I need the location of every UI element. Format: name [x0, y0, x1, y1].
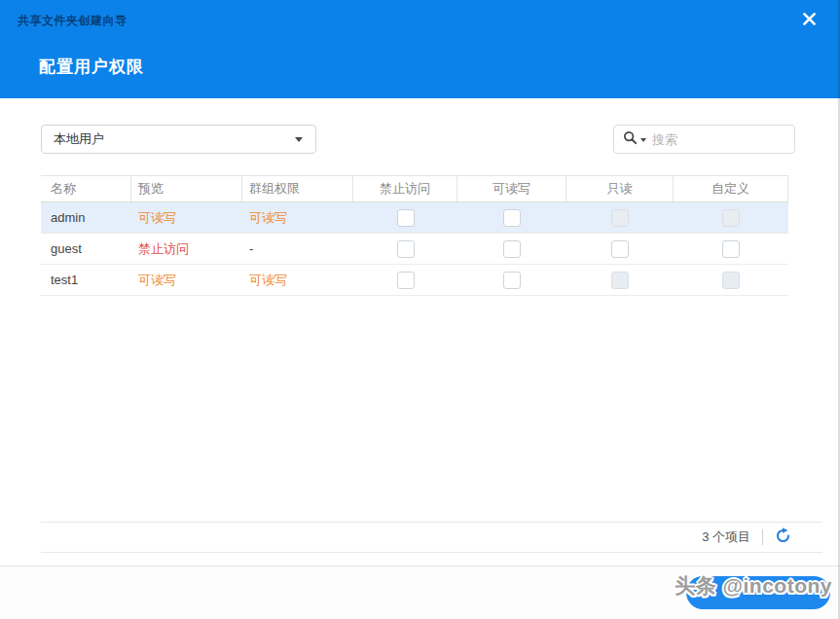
checkbox-read-write[interactable] — [503, 272, 521, 289]
group-permission: 可读写 — [242, 202, 353, 233]
user-name: guest — [41, 234, 131, 264]
dialog-header: 共享文件夹创建向导 配置用户权限 — [0, 0, 840, 98]
checkbox-custom[interactable] — [722, 240, 740, 258]
permissions-table: 名称 预览 群组权限 禁止访问 可读写 只读 自定义 admin 可读写 可读写 — [41, 175, 788, 296]
status-divider — [762, 529, 763, 545]
empty-area — [41, 296, 822, 522]
table-row-test1[interactable]: test1 可读写 可读写 — [41, 265, 788, 296]
primary-action-button[interactable] — [686, 576, 830, 609]
chevron-down-icon — [295, 137, 303, 142]
checkbox-custom — [722, 209, 740, 227]
user-type-dropdown-value: 本地用户 — [54, 130, 104, 148]
item-count-label: 3 个项目 — [702, 528, 750, 546]
dialog-body: 本地用户 名称 预览 群组权限 禁止访问 可读 — [41, 98, 822, 553]
column-header-read-only[interactable]: 只读 — [566, 176, 674, 201]
column-header-name[interactable]: 名称 — [41, 176, 131, 201]
dialog-footer: 头条 @incotony — [0, 565, 840, 619]
checkbox-no-access[interactable] — [397, 240, 415, 258]
toolbar: 本地用户 — [41, 125, 822, 154]
checkbox-read-only[interactable] — [611, 240, 629, 258]
status-bar: 3 个项目 — [41, 522, 822, 553]
table-header-row: 名称 预览 群组权限 禁止访问 可读写 只读 自定义 — [41, 175, 788, 202]
checkbox-no-access[interactable] — [397, 209, 415, 227]
checkbox-read-only — [611, 272, 629, 289]
search-scope-caret-icon[interactable] — [640, 138, 646, 142]
search-input[interactable] — [652, 132, 785, 147]
group-permission: 可读写 — [242, 265, 353, 295]
step-title: 配置用户权限 — [39, 55, 144, 78]
column-header-no-access[interactable]: 禁止访问 — [353, 176, 457, 201]
column-header-group[interactable]: 群组权限 — [242, 176, 353, 201]
wizard-title: 共享文件夹创建向导 — [18, 13, 128, 29]
search-icon[interactable] — [623, 130, 638, 149]
close-icon — [802, 12, 817, 29]
search-box[interactable] — [613, 125, 795, 154]
column-header-read-write[interactable]: 可读写 — [457, 176, 566, 201]
checkbox-read-write[interactable] — [503, 209, 521, 227]
preview-permission: 可读写 — [131, 202, 242, 233]
user-name: test1 — [41, 265, 131, 295]
checkbox-read-write[interactable] — [503, 240, 521, 258]
group-permission: - — [242, 234, 353, 264]
preview-permission: 禁止访问 — [131, 234, 242, 264]
column-header-preview[interactable]: 预览 — [131, 176, 242, 201]
table-row-admin[interactable]: admin 可读写 可读写 — [41, 202, 788, 234]
column-header-custom[interactable]: 自定义 — [674, 176, 788, 201]
checkbox-custom — [722, 272, 740, 289]
table-row-guest[interactable]: guest 禁止访问 - — [41, 234, 788, 265]
preview-permission: 可读写 — [131, 265, 242, 295]
user-name: admin — [41, 202, 131, 233]
checkbox-read-only — [611, 209, 629, 227]
user-type-dropdown[interactable]: 本地用户 — [41, 125, 316, 154]
shared-folder-wizard-dialog: 共享文件夹创建向导 配置用户权限 本地用户 — [0, 0, 840, 619]
checkbox-no-access[interactable] — [397, 272, 415, 289]
refresh-button[interactable] — [775, 528, 791, 547]
refresh-icon — [775, 528, 791, 547]
close-button[interactable] — [799, 11, 819, 30]
